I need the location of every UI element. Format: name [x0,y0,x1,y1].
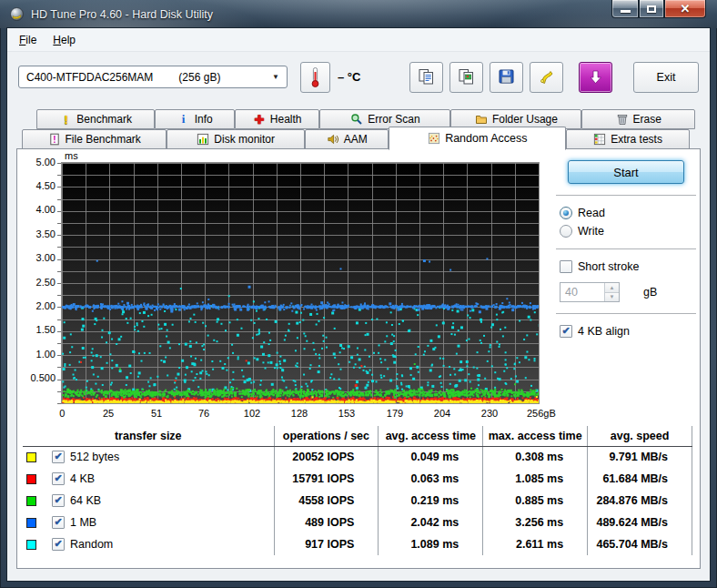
trash-icon [616,113,629,126]
save-button[interactable] [490,62,523,93]
ops-value: 489 IOPS [274,512,379,533]
tab-disk-monitor[interactable]: Disk monitor [167,129,305,149]
y-axis-label: 4.50 [36,180,56,191]
speed-value: 9.791 MB/s [588,446,692,468]
tab-label: Error Scan [368,113,419,126]
drive-select[interactable]: C400-MTFDDAC256MAM (256 gB) ▼ [18,66,288,88]
temperature-value: – °C [338,70,360,84]
magnifier-icon [350,113,363,126]
toolbar-buttons: Exit [409,62,699,93]
drive-size: (256 gB) [178,71,220,84]
separator [556,195,696,196]
copy-text-button[interactable] [409,62,443,93]
x-axis-label: 0 [59,408,65,419]
exit-button[interactable]: Exit [633,62,699,93]
col-max-access: max. access time [483,426,588,446]
table-header-row: transfer size operations / sec avg. acce… [23,426,692,446]
table-row: 1 MB 489 IOPS 2.042 ms 3.256 ms 489.624 … [23,512,692,533]
y-axis-label: 0.500 [30,372,56,383]
align-checkbox[interactable] [560,325,572,338]
align-option[interactable]: 4 KB align [560,325,698,338]
short-stroke-option[interactable]: Short stroke [560,260,698,273]
client-area: File Help C400-MTFDDAC256MAM (256 gB) ▼ … [7,28,710,581]
y-axis-label: 1.50 [36,324,56,335]
tab-info[interactable]: i Info [155,109,235,129]
max-value: 3.256 ms [483,512,588,533]
random-access-chart [62,163,539,403]
spinner-arrows[interactable]: ▲ ▼ [604,283,619,301]
table-row: 4 KB 15791 IOPS 0.063 ms 1.085 ms 61.684… [23,468,692,490]
series-label: Random [70,538,113,551]
short-stroke-checkbox[interactable] [560,260,572,273]
x-axis-label: 128 [291,408,308,419]
col-avg-access: avg. access time [379,426,483,446]
maximize-button[interactable] [639,0,664,18]
minimize-button[interactable] [611,0,639,18]
short-stroke-unit: gB [643,286,657,299]
title-bar: HD Tune Pro 4.60 - Hard Disk Utility ✕ [0,0,717,28]
copy-image-button[interactable] [449,62,483,93]
tab-label: Benchmark [76,113,132,126]
random-access-page: ms 5.00 4.50 4.00 3.50 3.00 2.50 2.00 1.… [16,148,701,569]
read-option[interactable]: Read [560,207,698,219]
menu-help[interactable]: Help [45,30,84,50]
write-radio[interactable] [560,225,572,238]
read-radio[interactable] [560,207,572,219]
toolbar: C400-MTFDDAC256MAM (256 gB) ▼ – °C [7,52,710,102]
series-checkbox[interactable] [52,451,65,463]
tools-button[interactable] [530,62,563,93]
series-checkbox[interactable] [52,516,65,529]
y-axis: 5.00 4.50 4.00 3.50 3.00 2.50 2.00 1.50 … [17,162,57,408]
short-stroke-size: 40 ▲ ▼ gB [560,282,698,302]
ops-value: 15791 IOPS [274,468,379,490]
chevron-down-icon: ▼ [272,73,279,81]
avg-value: 2.042 ms [379,512,483,533]
y-axis-label: 2.00 [36,300,56,311]
x-axis-label: 102 [244,408,260,419]
series-checkbox[interactable] [52,494,65,507]
max-value: 0.885 ms [483,490,588,512]
tab-label: File Benchmark [66,133,141,146]
short-stroke-spinner[interactable]: 40 ▲ ▼ [560,282,620,302]
x-axis-label: 204 [434,408,450,419]
max-value: 0.308 ms [483,446,588,468]
write-option[interactable]: Write [560,225,698,238]
y-axis-label: 3.50 [36,228,56,239]
short-stroke-value: 40 [560,283,604,301]
short-stroke-label: Short stroke [578,260,639,273]
menu-file[interactable]: File [11,30,45,50]
start-button[interactable]: Start [568,160,684,184]
spinner-up-icon[interactable]: ▲ [605,283,619,293]
minimize-icon [621,10,631,13]
series-checkbox[interactable] [52,538,65,551]
tab-benchmark[interactable]: ! Benchmark [36,109,155,129]
speed-value: 61.684 MB/s [588,468,692,490]
avg-value: 0.049 ms [379,446,483,468]
bar-chart-icon [197,133,209,146]
col-operations: operations / sec [274,426,379,446]
download-button[interactable] [579,62,612,93]
app-window: HD Tune Pro 4.60 - Hard Disk Utility ✕ F… [0,0,717,588]
tab-aam[interactable]: AAM [305,129,389,149]
tab-file-benchmark[interactable]: ! File Benchmark [22,129,167,149]
y-axis-label: 2.50 [36,277,56,288]
close-button[interactable]: ✕ [664,0,706,18]
x-axis-label: 179 [387,408,403,419]
series-checkbox[interactable] [52,472,65,485]
tab-erase[interactable]: Erase [581,109,695,129]
tab-random-access[interactable]: Random Access [389,127,566,150]
col-avg-speed: avg. speed [588,426,692,446]
tab-extra-tests[interactable]: Extra tests [566,129,690,149]
series-label: 4 KB [70,472,95,485]
tab-strip: ! Benchmark i Info ✚ Health Error Scan [7,102,710,149]
folder-icon [475,113,488,126]
close-icon: ✕ [681,2,691,15]
avg-value: 1.089 ms [379,533,483,555]
table-row: 64 KB 4558 IOPS 0.219 ms 0.885 ms 284.87… [23,490,692,512]
random-access-icon [428,132,440,145]
spinner-down-icon[interactable]: ▼ [605,293,619,302]
tab-health[interactable]: ✚ Health [235,109,319,129]
series-label: 64 KB [70,494,101,507]
series-swatch [26,540,36,550]
temperature-button[interactable] [300,62,330,93]
